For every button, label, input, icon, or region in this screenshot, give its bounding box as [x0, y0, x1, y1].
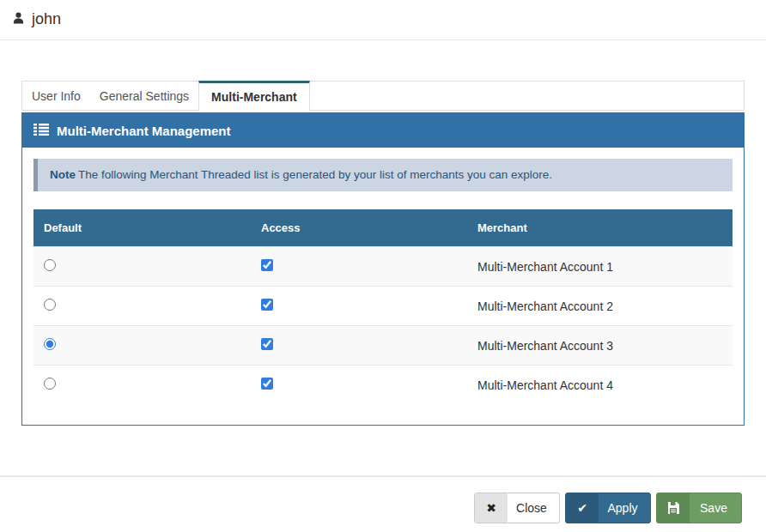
note-banner: NoteThe following Merchant Threaded list… — [33, 159, 733, 191]
table-row: Multi-Merchant Account 2 — [33, 287, 733, 326]
access-checkbox[interactable] — [261, 299, 273, 311]
save-button-label: Save — [690, 493, 741, 523]
close-icon: ✖ — [486, 502, 496, 514]
tab-label: General Settings — [100, 89, 189, 103]
access-checkbox[interactable] — [261, 259, 273, 271]
merchant-name: Multi-Merchant Account 3 — [477, 339, 613, 353]
save-icon — [657, 493, 690, 523]
table-row: Multi-Merchant Account 1 — [33, 247, 733, 287]
merchant-name: Multi-Merchant Account 2 — [477, 299, 613, 313]
access-checkbox[interactable] — [261, 378, 273, 390]
tab-user-info[interactable]: User Info — [22, 82, 90, 110]
merchant-table-body: Multi-Merchant Account 1Multi-Merchant A… — [33, 247, 733, 405]
access-checkbox[interactable] — [261, 338, 273, 350]
default-radio[interactable] — [44, 259, 56, 271]
list-icon — [33, 124, 49, 138]
panel-title: Multi-Merchant Management — [57, 124, 231, 138]
panel-heading: Multi-Merchant Management — [22, 113, 744, 148]
save-button[interactable]: Save — [656, 493, 742, 523]
default-radio[interactable] — [44, 338, 56, 350]
note-label: Note — [50, 168, 76, 181]
footer-divider — [0, 475, 766, 477]
tab-bar: User Info General Settings Multi-Merchan… — [21, 81, 745, 111]
multi-merchant-panel: Multi-Merchant Management NoteThe follow… — [21, 112, 745, 426]
column-header-access: Access — [251, 209, 467, 247]
tab-label: User Info — [32, 89, 81, 103]
check-icon: ✔ — [577, 502, 587, 514]
note-text: The following Merchant Threaded list is … — [78, 168, 552, 181]
apply-button[interactable]: ✔ Apply — [565, 493, 651, 523]
page-header: john — [0, 0, 766, 40]
column-header-merchant: Merchant — [467, 209, 733, 247]
panel-body: NoteThe following Merchant Threaded list… — [22, 148, 744, 425]
merchant-name: Multi-Merchant Account 4 — [477, 378, 613, 392]
apply-button-label: Apply — [599, 493, 650, 523]
username: john — [32, 10, 61, 28]
default-radio[interactable] — [44, 299, 56, 311]
table-row: Multi-Merchant Account 3 — [33, 326, 733, 366]
close-button-label: Close — [508, 493, 559, 523]
table-header-row: Default Access Merchant — [33, 209, 733, 247]
default-radio[interactable] — [44, 378, 56, 390]
toolbar: ✖ Close ✔ Apply Save — [0, 493, 742, 523]
tab-label: Multi-Merchant — [211, 90, 297, 104]
merchant-name: Multi-Merchant Account 1 — [477, 260, 613, 274]
user-icon — [12, 11, 25, 28]
table-row: Multi-Merchant Account 4 — [33, 366, 733, 405]
merchant-table: Default Access Merchant Multi-Merchant A… — [33, 209, 733, 404]
tab-multi-merchant[interactable]: Multi-Merchant — [198, 81, 310, 111]
tab-general-settings[interactable]: General Settings — [90, 82, 198, 110]
close-button[interactable]: ✖ Close — [474, 493, 560, 523]
column-header-default: Default — [33, 209, 251, 247]
